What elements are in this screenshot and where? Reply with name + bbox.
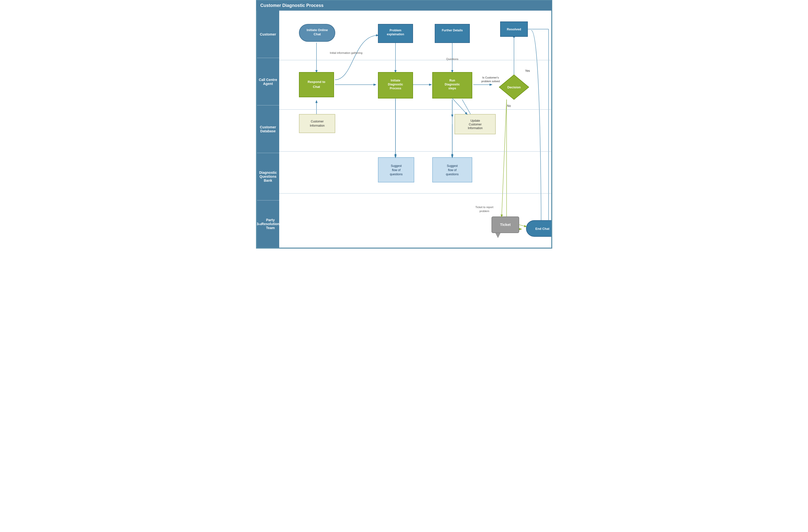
svg-text:Decision: Decision (507, 86, 520, 89)
lane-label-customer: Customer (257, 11, 279, 58)
svg-text:steps: steps (448, 87, 456, 90)
svg-text:End Chat: End Chat (535, 227, 550, 231)
lane-label-customerdb: Customer Database (257, 105, 279, 153)
svg-text:Initial information gathering: Initial information gathering (330, 51, 362, 54)
svg-text:Update: Update (470, 119, 480, 123)
svg-text:Further Details: Further Details (442, 29, 463, 32)
svg-line-70 (502, 99, 507, 217)
svg-text:Yes: Yes (525, 69, 530, 73)
svg-text:Ticket: Ticket (500, 222, 511, 227)
svg-text:Is Customer's: Is Customer's (482, 76, 499, 79)
svg-text:Customer: Customer (469, 123, 481, 126)
svg-marker-65 (495, 233, 500, 238)
svg-rect-44 (299, 114, 335, 133)
svg-text:flow of: flow of (392, 168, 400, 172)
svg-text:Suggest: Suggest (390, 164, 402, 168)
lane-label-thirdparty: 3rd Party Resolution Team (257, 200, 279, 247)
svg-text:Resolved: Resolved (507, 27, 521, 31)
svg-text:questions: questions (390, 172, 402, 176)
svg-text:Respond to: Respond to (308, 80, 325, 84)
svg-text:flow of: flow of (448, 168, 457, 172)
lane-label-callcentre: Call Centre Agent (257, 58, 279, 105)
svg-text:Diagnostic: Diagnostic (388, 83, 403, 86)
svg-text:Initiate: Initiate (390, 79, 400, 82)
svg-line-69 (519, 225, 526, 227)
svg-rect-22 (435, 24, 470, 43)
svg-text:Questions: Questions (446, 57, 458, 60)
diagram-title: Customer Diagnostic Process (257, 0, 552, 11)
svg-text:explaination: explaination (387, 33, 404, 36)
svg-text:Customer: Customer (311, 120, 324, 123)
svg-text:Initiate Online: Initiate Online (307, 28, 328, 32)
svg-rect-27 (299, 72, 334, 97)
diagram-container: Customer Diagnostic Process Customer Cal… (256, 0, 552, 249)
svg-text:Chat: Chat (313, 85, 320, 89)
svg-text:questions: questions (446, 172, 458, 176)
svg-text:Information: Information (310, 124, 324, 127)
svg-text:Run: Run (449, 79, 455, 82)
svg-text:Chat: Chat (313, 32, 321, 36)
svg-text:Ticket to report: Ticket to report (475, 206, 493, 208)
svg-line-51 (452, 98, 467, 114)
svg-text:problem solved: problem solved (481, 80, 500, 83)
svg-text:No: No (507, 104, 511, 108)
svg-text:Information: Information (467, 126, 482, 130)
lane-label-diagquestions: Diagnostic Questions Bank (257, 153, 279, 200)
svg-text:Suggest: Suggest (446, 164, 458, 168)
svg-text:Diagnostic: Diagnostic (445, 83, 460, 86)
svg-text:Problem: Problem (389, 29, 401, 32)
svg-text:problem: problem (479, 209, 489, 213)
svg-text:Process: Process (389, 87, 401, 90)
